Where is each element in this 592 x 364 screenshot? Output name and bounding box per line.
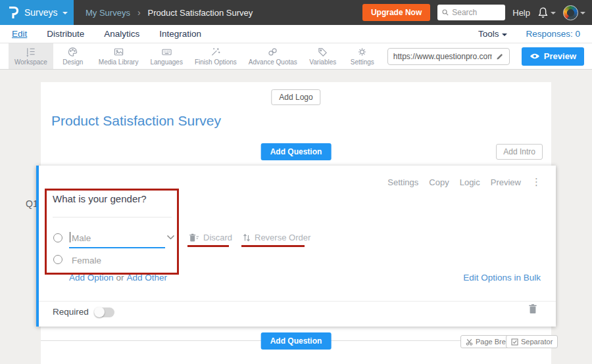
text-cursor (70, 232, 70, 242)
question-preview-link[interactable]: Preview (491, 177, 521, 187)
notifications-menu[interactable] (537, 7, 556, 18)
annotation-underline-reverse-order (241, 245, 305, 247)
search-input[interactable] (452, 8, 501, 17)
add-question-button-top[interactable]: Add Question (261, 143, 332, 160)
workspace-icon (25, 47, 36, 57)
question-logic-link[interactable]: Logic (460, 177, 480, 187)
editor-toolbar: Workspace Design Media Library Languages (0, 43, 592, 70)
discard-option-button[interactable]: Discard (189, 233, 232, 242)
toolbar-item-label: Workspace (14, 58, 47, 66)
toolbar-item-finish-options[interactable]: Finish Options (189, 43, 243, 69)
surveys-menu-label: Surveys (24, 7, 58, 18)
upgrade-now-button[interactable]: Upgrade Now (362, 4, 430, 21)
reverse-order-button[interactable]: Reverse Order (243, 233, 310, 242)
reverse-order-icon (243, 233, 251, 242)
questionpro-survey-editor: Surveys My Surveys › Product Satisfactio… (0, 0, 592, 364)
chevron-down-icon (551, 12, 556, 14)
toolbar-item-label: Settings (351, 58, 374, 66)
add-logo-button[interactable]: Add Logo (271, 89, 320, 105)
add-option-link[interactable]: Add Option (69, 273, 114, 283)
add-question-button-bottom[interactable]: Add Question (261, 332, 332, 350)
question-copy-link[interactable]: Copy (429, 177, 449, 187)
nav-tabs: Edit Distribute Analytics Integration (12, 29, 201, 39)
tools-menu[interactable]: Tools (478, 29, 508, 39)
option-edit-underline (69, 247, 165, 248)
chevron-down-icon (580, 12, 585, 14)
tag-icon (317, 47, 328, 57)
breadcrumb-current: Product Satisfaction Survey (148, 8, 253, 18)
section-nav-right: Tools Responses: 0 (478, 29, 580, 39)
chevron-down-icon[interactable] (166, 235, 175, 240)
preview-button[interactable]: Preview (522, 47, 584, 66)
toolbar-item-label: Finish Options (195, 58, 237, 66)
radio-option-male[interactable] (53, 233, 62, 242)
survey-url-field[interactable]: https://www.questionpro.com/t/ (387, 48, 510, 65)
delete-question-button[interactable] (528, 304, 537, 316)
toolbar-item-label: Design (62, 58, 83, 66)
add-intro-button[interactable]: Add Intro (496, 144, 543, 160)
toolbar-item-label: Advance Quotas (249, 58, 297, 66)
survey-canvas: Add Logo Product Satisfaction Survey Add… (0, 70, 592, 364)
toolbar-item-workspace[interactable]: Workspace (9, 43, 53, 69)
account-menu[interactable] (563, 5, 585, 20)
required-toggle[interactable] (94, 307, 114, 317)
discard-trash-icon (189, 233, 199, 242)
tab-edit[interactable]: Edit (12, 29, 27, 39)
reverse-order-label: Reverse Order (255, 233, 310, 242)
topbar-actions: Upgrade Now Help (362, 4, 592, 21)
scissors-icon (466, 338, 473, 346)
eye-icon (530, 53, 540, 60)
tab-distribute[interactable]: Distribute (47, 29, 84, 39)
required-label: Required (53, 307, 89, 317)
breadcrumb-my-surveys[interactable]: My Surveys (86, 8, 130, 18)
option-label-female[interactable]: Female (72, 256, 101, 265)
add-option-row: Add Option or Add Other (69, 273, 167, 283)
question-divider (53, 217, 172, 217)
toggle-knob (94, 307, 105, 317)
question-settings-link[interactable]: Settings (387, 177, 418, 187)
separator-button[interactable]: Separator (506, 335, 558, 348)
toolbar-item-label: Languages (150, 58, 183, 66)
toolbar-item-design[interactable]: Design (53, 43, 93, 69)
discard-label: Discard (203, 233, 232, 242)
toolbar-item-settings[interactable]: Settings (343, 43, 382, 69)
question-text[interactable]: What is your gender? (53, 193, 147, 204)
responses-count[interactable]: Responses: 0 (526, 29, 580, 39)
tab-integration[interactable]: Integration (159, 29, 201, 39)
edit-pencil-icon[interactable] (496, 53, 504, 60)
keyboard-icon (161, 47, 172, 57)
chevron-down-icon (62, 12, 68, 14)
magic-wand-icon (210, 47, 221, 57)
question-menu: Settings Copy Logic Preview ⋮ (387, 176, 541, 188)
add-other-link[interactable]: Add Other (127, 273, 168, 283)
palette-icon (67, 47, 78, 57)
edit-options-in-bulk-link[interactable]: Edit Options in Bulk (463, 273, 541, 283)
search-icon (442, 9, 449, 16)
tab-analytics[interactable]: Analytics (104, 29, 139, 39)
radio-option-female[interactable] (53, 255, 62, 264)
preview-button-label: Preview (544, 51, 576, 61)
surveys-menu[interactable]: Surveys (0, 0, 74, 25)
breadcrumb: My Surveys › Product Satisfaction Survey (86, 7, 253, 18)
more-vertical-icon[interactable]: ⋮ (531, 176, 541, 188)
toolbar-item-advance-quotas[interactable]: Advance Quotas (243, 43, 303, 69)
or-label: or (116, 273, 124, 283)
option-label-male[interactable]: Male (72, 233, 91, 243)
image-icon (113, 47, 124, 57)
question-card: Settings Copy Logic Preview ⋮ What is yo… (36, 166, 556, 327)
section-nav: Edit Distribute Analytics Integration To… (0, 25, 592, 43)
chain-links-icon (267, 47, 278, 57)
toolbar-right: https://www.questionpro.com/t/ Preview (387, 43, 592, 69)
survey-title[interactable]: Product Satisfaction Survey (51, 113, 221, 129)
bell-icon (537, 7, 549, 18)
trash-icon (528, 304, 537, 314)
annotation-underline-discard (187, 245, 229, 247)
questionpro-logo-icon (6, 5, 20, 20)
help-link[interactable]: Help (512, 8, 530, 18)
toolbar-item-languages[interactable]: Languages (144, 43, 189, 69)
toolbar-item-media-library[interactable]: Media Library (93, 43, 145, 69)
toolbar-item-variables[interactable]: Variables (303, 43, 343, 69)
avatar (563, 5, 578, 20)
breadcrumb-separator-icon: › (137, 7, 141, 18)
gear-icon (357, 47, 368, 57)
